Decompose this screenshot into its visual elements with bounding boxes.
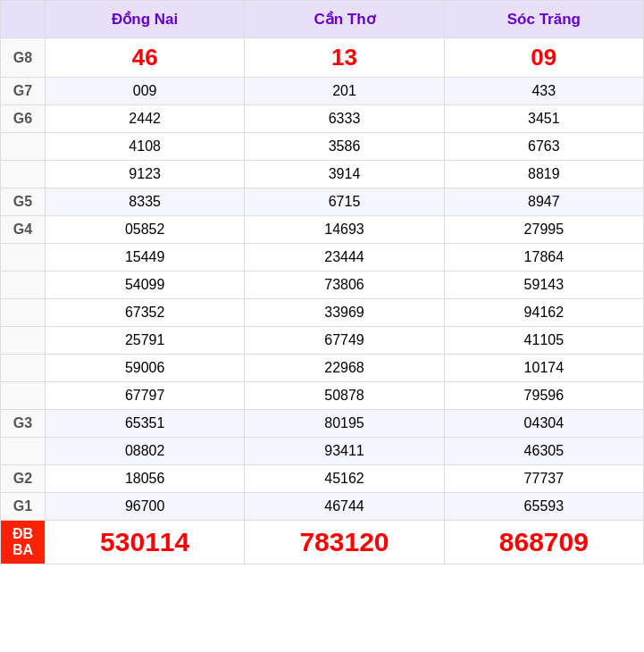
table-row: 673523396994162	[1, 299, 644, 327]
cell-value: 67352	[46, 299, 245, 327]
cell-value: 201	[245, 78, 444, 105]
cell-value: 22968	[245, 355, 444, 382]
table-row: 540997380659143	[1, 272, 644, 299]
cell-value: 33969	[245, 299, 444, 327]
cell-value: 14693	[245, 216, 444, 244]
cell-value: 8819	[444, 161, 643, 188]
row-label	[1, 438, 46, 465]
cell-value: 17864	[444, 244, 643, 272]
cell-value: 93411	[245, 438, 444, 465]
row-label: G3	[1, 410, 46, 438]
table-row: 257916774941105	[1, 327, 644, 355]
cell-value: 3451	[444, 105, 643, 133]
cell-value: 25791	[46, 327, 245, 355]
row-label: G7	[1, 78, 46, 105]
table-header: Đồng Nai Cần Thơ Sóc Trăng	[1, 1, 644, 38]
cell-value: 9123	[46, 161, 245, 188]
db-label: ĐBBA	[1, 521, 46, 564]
row-label: G2	[1, 465, 46, 493]
row-label: G5	[1, 188, 46, 216]
cell-value: 3914	[245, 161, 444, 188]
header-dong-nai: Đồng Nai	[46, 1, 245, 38]
table-row: G1967004674465593	[1, 493, 644, 521]
cell-value: 27995	[444, 216, 643, 244]
table-row: G3653518019504304	[1, 410, 644, 438]
row-label	[1, 299, 46, 327]
row-label	[1, 133, 46, 161]
cell-value: 10174	[444, 355, 643, 382]
cell-value: 8947	[444, 188, 643, 216]
table-row: G5833567158947	[1, 188, 644, 216]
special-prize-value: 868709	[444, 521, 643, 564]
table-row: G2180564516277737	[1, 465, 644, 493]
cell-value: 79596	[444, 382, 643, 410]
cell-value: 18056	[46, 465, 245, 493]
lottery-results-table: Đồng Nai Cần Thơ Sóc Trăng G8461309G7009…	[0, 0, 644, 564]
cell-value: 6333	[245, 105, 444, 133]
table-row: 154492344417864	[1, 244, 644, 272]
row-label	[1, 355, 46, 382]
cell-value: 4108	[46, 133, 245, 161]
cell-value: 94162	[444, 299, 643, 327]
special-prize-value: 783120	[245, 521, 444, 564]
cell-value: 6763	[444, 133, 643, 161]
row-label: G8	[1, 38, 46, 78]
special-prize-row: ĐBBA530114783120868709	[1, 521, 644, 564]
cell-value: 2442	[46, 105, 245, 133]
cell-value: 13	[245, 38, 444, 78]
cell-value: 65593	[444, 493, 643, 521]
cell-value: 54099	[46, 272, 245, 299]
header-can-tho: Cần Thơ	[245, 1, 444, 38]
cell-value: 65351	[46, 410, 245, 438]
row-label	[1, 161, 46, 188]
header-label-col	[1, 1, 46, 38]
cell-value: 3586	[245, 133, 444, 161]
table-row: G7009201433	[1, 78, 644, 105]
cell-value: 67749	[245, 327, 444, 355]
cell-value: 45162	[245, 465, 444, 493]
header-soc-trang: Sóc Trăng	[444, 1, 643, 38]
cell-value: 50878	[245, 382, 444, 410]
table-row: 590062296810174	[1, 355, 644, 382]
cell-value: 46305	[444, 438, 643, 465]
row-label	[1, 382, 46, 410]
cell-value: 80195	[245, 410, 444, 438]
cell-value: 05852	[46, 216, 245, 244]
cell-value: 009	[46, 78, 245, 105]
table-row: G6244263333451	[1, 105, 644, 133]
cell-value: 46744	[245, 493, 444, 521]
cell-value: 73806	[245, 272, 444, 299]
row-label: G4	[1, 216, 46, 244]
row-label	[1, 244, 46, 272]
table-row: G8461309	[1, 38, 644, 78]
cell-value: 09	[444, 38, 643, 78]
row-label: G1	[1, 493, 46, 521]
row-label	[1, 327, 46, 355]
cell-value: 67797	[46, 382, 245, 410]
table-row: 088029341146305	[1, 438, 644, 465]
cell-value: 59006	[46, 355, 245, 382]
cell-value: 08802	[46, 438, 245, 465]
table-row: 410835866763	[1, 133, 644, 161]
table-row: 677975087879596	[1, 382, 644, 410]
cell-value: 6715	[245, 188, 444, 216]
cell-value: 433	[444, 78, 643, 105]
cell-value: 46	[46, 38, 245, 78]
cell-value: 23444	[245, 244, 444, 272]
table-row: G4058521469327995	[1, 216, 644, 244]
cell-value: 8335	[46, 188, 245, 216]
row-label: G6	[1, 105, 46, 133]
cell-value: 77737	[444, 465, 643, 493]
special-prize-value: 530114	[46, 521, 245, 564]
cell-value: 15449	[46, 244, 245, 272]
row-label	[1, 272, 46, 299]
cell-value: 04304	[444, 410, 643, 438]
cell-value: 96700	[46, 493, 245, 521]
cell-value: 59143	[444, 272, 643, 299]
table-row: 912339148819	[1, 161, 644, 188]
cell-value: 41105	[444, 327, 643, 355]
